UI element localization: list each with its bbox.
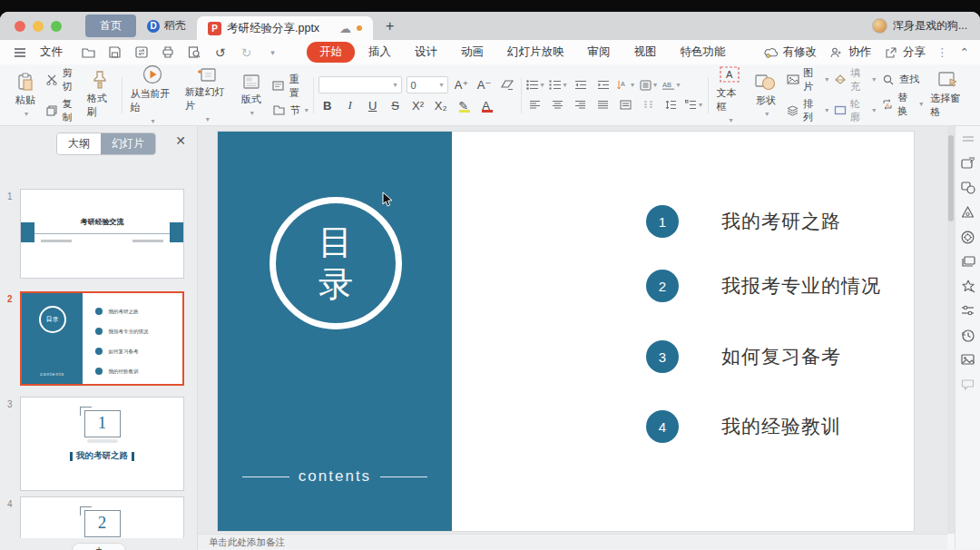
- menu-tab-review[interactable]: 审阅: [580, 42, 619, 63]
- increase-indent-button[interactable]: [594, 77, 612, 93]
- collapse-ribbon-icon[interactable]: ⌃: [960, 45, 969, 59]
- zoom-window-button[interactable]: [51, 21, 62, 32]
- collaborate-button[interactable]: 协作: [828, 44, 871, 60]
- hamburger-menu-icon[interactable]: [11, 45, 28, 60]
- seal-icon[interactable]: [961, 230, 975, 244]
- cut-button[interactable]: 剪切: [44, 66, 80, 93]
- paragraph-spacing-button[interactable]: [685, 97, 703, 113]
- menu-tab-start[interactable]: 开始: [307, 42, 355, 63]
- picture-button[interactable]: 图片: [785, 66, 828, 93]
- contents-caption[interactable]: contents: [218, 467, 452, 486]
- tab-slides[interactable]: 幻灯片: [101, 133, 155, 154]
- effects-icon[interactable]: [961, 279, 975, 293]
- text-direction-button[interactable]: A: [617, 77, 635, 93]
- distribute-text-button[interactable]: [617, 97, 635, 113]
- shapes-panel-icon[interactable]: [961, 181, 975, 195]
- text-box-button[interactable]: A 文本框: [712, 64, 747, 126]
- share-button[interactable]: 分享: [882, 44, 926, 60]
- copy-button[interactable]: 复制: [44, 97, 80, 124]
- current-slide[interactable]: 目 录 contents 1 我的考研之路: [218, 132, 914, 531]
- print-icon[interactable]: [159, 45, 176, 60]
- shapes-button[interactable]: 形状: [750, 71, 781, 120]
- play-from-current-button[interactable]: 从当前开始: [127, 63, 178, 127]
- add-slide-button[interactable]: +: [72, 543, 126, 550]
- menu-file[interactable]: 文件: [32, 42, 71, 63]
- bold-button[interactable]: B: [318, 97, 337, 113]
- menu-tab-view[interactable]: 视图: [626, 42, 665, 63]
- close-window-button[interactable]: [15, 21, 25, 32]
- font-size-select[interactable]: 0: [407, 76, 448, 93]
- export-icon[interactable]: [132, 45, 150, 60]
- toc-item-4[interactable]: 4 我的经验教训: [646, 410, 841, 443]
- save-icon[interactable]: [106, 45, 123, 60]
- object-properties-icon[interactable]: [961, 156, 975, 171]
- highlight-color-button[interactable]: ✎: [455, 97, 473, 113]
- layout-button[interactable]: 版式: [236, 72, 267, 119]
- redo-icon[interactable]: ↻: [238, 45, 255, 60]
- toc-circle[interactable]: 目 录: [270, 197, 402, 329]
- italic-button[interactable]: I: [341, 97, 359, 113]
- comments-icon[interactable]: [961, 377, 975, 391]
- find-button[interactable]: 查找: [879, 73, 923, 87]
- justify-button[interactable]: [594, 97, 612, 113]
- slide-thumbnail-2-selected[interactable]: 目录 contents 我的考研之路 我报考专业的情况 如何复习备考 我的经验教…: [20, 291, 184, 386]
- canvas-scrollbar[interactable]: [947, 126, 955, 534]
- slide-blue-panel[interactable]: 目 录 contents: [218, 132, 452, 531]
- scrollbar-thumb[interactable]: [948, 135, 954, 221]
- columns-button[interactable]: [640, 97, 658, 113]
- new-slide-button[interactable]: 新建幻灯片: [181, 64, 232, 125]
- tab-home[interactable]: 首页: [85, 15, 136, 37]
- tab-outline[interactable]: 大纲: [57, 133, 101, 154]
- quick-access-dropdown-icon[interactable]: ▾: [264, 45, 281, 60]
- tab-docer[interactable]: D 稻壳: [136, 15, 197, 37]
- history-icon[interactable]: [961, 328, 975, 342]
- format-painter-button[interactable]: 格式刷: [83, 69, 117, 121]
- superscript-button[interactable]: X²: [409, 97, 427, 113]
- paste-button[interactable]: 粘贴: [10, 71, 41, 120]
- numbered-list-button[interactable]: [549, 77, 567, 93]
- slide-thumbnail-1[interactable]: 考研经验交流: [20, 189, 184, 279]
- slide-library-icon[interactable]: [961, 254, 975, 269]
- line-spacing-button[interactable]: [662, 97, 681, 113]
- bullet-list-button[interactable]: [526, 77, 544, 93]
- print-preview-icon[interactable]: [185, 45, 202, 60]
- design-assistant-icon[interactable]: [961, 205, 975, 220]
- toc-item-1[interactable]: 1 我的考研之路: [646, 205, 841, 238]
- minimize-window-button[interactable]: [33, 21, 44, 32]
- align-text-button[interactable]: [640, 77, 658, 93]
- text-wrap-button[interactable]: AB: [662, 77, 681, 93]
- new-tab-button[interactable]: +: [386, 18, 394, 34]
- clear-format-button[interactable]: [498, 77, 516, 93]
- section-button[interactable]: 节: [270, 103, 309, 118]
- arrange-button[interactable]: 排列: [785, 97, 828, 124]
- font-name-select[interactable]: [318, 76, 402, 93]
- slide-canvas[interactable]: 目 录 contents 1 我的考研之路: [198, 126, 947, 534]
- subscript-button[interactable]: X₂: [432, 97, 450, 113]
- replace-button[interactable]: A 替换: [879, 91, 923, 118]
- menu-tab-animation[interactable]: 动画: [453, 42, 492, 63]
- slide-thumbnail-3[interactable]: 1 我的考研之路: [20, 397, 184, 491]
- align-right-button[interactable]: [572, 97, 590, 113]
- toc-item-3[interactable]: 3 如何复习备考: [646, 340, 841, 373]
- user-account[interactable]: 浑身是戏的狗...: [872, 18, 967, 34]
- notes-bar[interactable]: 单击此处添加备注: [198, 534, 947, 549]
- modified-status[interactable]: 有修改: [762, 44, 818, 60]
- menu-tab-special-features[interactable]: 特色功能: [672, 42, 734, 63]
- fill-button[interactable]: 填充: [832, 66, 876, 93]
- settings-sliders-icon[interactable]: [961, 303, 975, 318]
- panel-handle-icon[interactable]: [961, 132, 975, 146]
- reset-button[interactable]: 重置: [270, 73, 309, 100]
- align-left-button[interactable]: [526, 97, 544, 113]
- image-library-icon[interactable]: [961, 352, 975, 367]
- more-options-icon[interactable]: ⋮: [936, 45, 949, 59]
- selection-pane-button[interactable]: 选择窗格: [926, 69, 970, 121]
- open-file-icon[interactable]: [80, 45, 97, 60]
- underline-button[interactable]: U: [364, 97, 382, 113]
- close-panel-icon[interactable]: ✕: [175, 133, 186, 148]
- align-center-button[interactable]: [549, 97, 567, 113]
- slide-thumbnail-4[interactable]: 2 我报考专业的情况: [20, 496, 184, 538]
- outline-button[interactable]: 轮廓: [832, 97, 876, 124]
- strikethrough-button[interactable]: S: [387, 97, 405, 113]
- decrease-indent-button[interactable]: [572, 77, 590, 93]
- toc-item-2[interactable]: 2 我报考专业的情况: [646, 270, 881, 302]
